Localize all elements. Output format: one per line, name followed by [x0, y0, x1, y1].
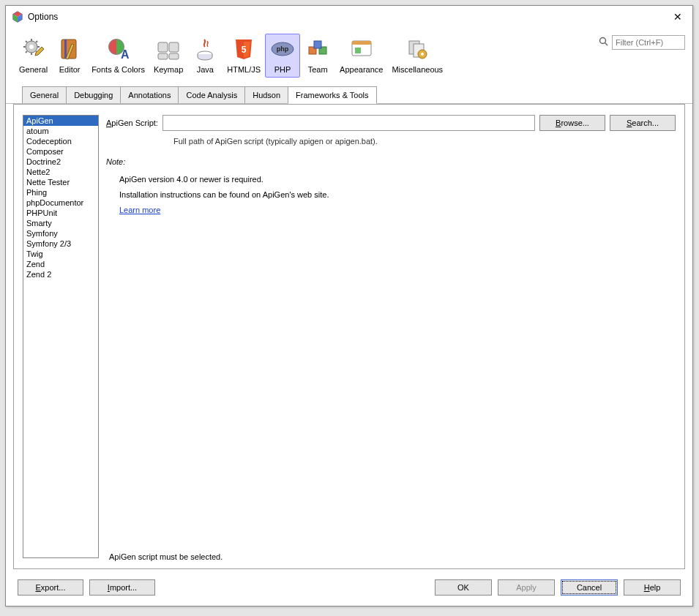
note-heading: Note: [106, 157, 676, 166]
export-button[interactable]: Export... [18, 579, 83, 596]
fonts-icon: A [105, 36, 132, 62]
category-toolbar: GeneralEditorAFonts & ColorsKeymapJava5H… [6, 28, 692, 104]
close-icon[interactable]: ✕ [669, 10, 687, 24]
svg-text:php: php [277, 45, 289, 53]
script-input[interactable] [162, 115, 535, 131]
list-item[interactable]: Nette Tester [23, 177, 98, 187]
category-editor[interactable]: Editor [52, 34, 87, 78]
framework-list[interactable]: ApiGenatoumCodeceptionComposerDoctrine2N… [23, 115, 99, 558]
category-label: Editor [59, 65, 81, 74]
import-button[interactable]: Import... [89, 579, 155, 596]
category-keymap[interactable]: Keymap [149, 34, 187, 78]
list-item[interactable]: Zend [23, 259, 98, 269]
status-message: ApiGen script must be selected. [109, 552, 223, 561]
filter-area [599, 35, 685, 50]
category-label: Fonts & Colors [91, 65, 145, 74]
svg-rect-25 [355, 48, 361, 53]
svg-rect-12 [158, 42, 168, 52]
note-body: ApiGen version 4.0 or newer is required.… [119, 172, 676, 218]
category-team[interactable]: Team [300, 34, 335, 78]
svg-point-29 [421, 53, 424, 56]
options-dialog: Options ✕ GeneralEditorAFonts & ColorsKe… [5, 5, 693, 606]
category-label: Keymap [154, 65, 183, 74]
category-appearance[interactable]: Appearance [335, 34, 387, 78]
list-item[interactable]: Twig [23, 249, 98, 259]
tab-hudson[interactable]: Hudson [244, 86, 288, 103]
java-icon [192, 36, 218, 62]
list-item[interactable]: Nette2 [23, 167, 98, 177]
ok-button[interactable]: OK [435, 579, 492, 596]
category-label: HTML/JS [227, 65, 261, 74]
help-button[interactable]: Help [624, 579, 681, 596]
script-hint: Full path of ApiGen script (typically ap… [173, 137, 676, 146]
tab-code-analysis[interactable]: Code Analysis [178, 86, 245, 103]
svg-text:A: A [121, 48, 130, 61]
category-htmljs[interactable]: 5HTML/JS [223, 34, 265, 78]
category-label: Team [308, 65, 328, 74]
svg-text:5: 5 [242, 45, 247, 55]
framework-detail: ApiGen Script: Browse... Search... Full … [106, 115, 676, 558]
category-label: Java [197, 65, 214, 74]
team-icon [304, 36, 331, 62]
script-label: ApiGen Script: [106, 119, 158, 127]
list-item[interactable]: Codeception [23, 136, 98, 146]
category-label: General [19, 65, 48, 74]
list-item[interactable]: ApiGen [23, 116, 98, 126]
svg-rect-13 [169, 42, 179, 52]
search-button[interactable]: Search... [610, 115, 676, 131]
general-icon [20, 36, 47, 62]
list-item[interactable]: Symfony [23, 228, 98, 238]
category-java[interactable]: Java [187, 34, 223, 78]
cancel-button[interactable]: Cancel [561, 579, 618, 596]
tab-strip: GeneralDebuggingAnnotationsCode Analysis… [22, 86, 676, 103]
category-general[interactable]: General [15, 34, 52, 78]
svg-rect-9 [64, 40, 67, 59]
list-item[interactable]: Symfony 2/3 [23, 238, 98, 249]
svg-rect-15 [169, 53, 179, 59]
list-item[interactable]: Smarty [23, 218, 98, 228]
svg-point-7 [29, 45, 34, 49]
list-item[interactable]: PHPUnit [23, 208, 98, 218]
htmljs-icon: 5 [231, 36, 257, 62]
tab-debugging[interactable]: Debugging [66, 86, 121, 103]
list-item[interactable]: phpDocumentor [23, 198, 98, 208]
list-item[interactable]: Composer [23, 146, 98, 157]
learn-more-link[interactable]: Learn more [119, 206, 160, 214]
category-label: Appearance [340, 65, 383, 74]
category-misc[interactable]: Miscellaneous [387, 34, 447, 78]
svg-rect-22 [314, 41, 321, 48]
list-item[interactable]: atoum [23, 126, 98, 136]
svg-rect-24 [352, 41, 371, 45]
svg-rect-14 [158, 53, 168, 59]
php-icon: php [269, 36, 296, 62]
note-line1: ApiGen version 4.0 or newer is required. [119, 172, 676, 187]
note-line2: Installation instructions can be found o… [119, 187, 676, 203]
list-item[interactable]: Doctrine2 [23, 157, 98, 167]
list-item[interactable]: Zend 2 [23, 269, 98, 279]
editor-icon [56, 36, 83, 62]
misc-icon [404, 36, 430, 62]
svg-point-4 [600, 38, 606, 44]
category-fonts[interactable]: AFonts & Colors [87, 34, 149, 78]
keymap-icon [155, 36, 182, 62]
category-label: Miscellaneous [392, 65, 443, 74]
list-item[interactable]: Phing [23, 187, 98, 198]
window-title: Options [28, 12, 58, 22]
content-panel: ApiGenatoumCodeceptionComposerDoctrine2N… [13, 104, 685, 569]
titlebar: Options ✕ [6, 6, 692, 28]
filter-input[interactable] [612, 35, 685, 50]
tab-frameworks-tools[interactable]: Frameworks & Tools [288, 86, 376, 104]
search-icon[interactable] [599, 37, 609, 48]
dialog-buttons: Export... Import... OK Apply Cancel Help [6, 569, 692, 606]
appearance-icon [348, 36, 375, 62]
tab-general[interactable]: General [22, 86, 67, 103]
app-icon [12, 11, 23, 23]
tab-annotations[interactable]: Annotations [120, 86, 179, 103]
apply-button[interactable]: Apply [498, 579, 555, 596]
browse-button[interactable]: Browse... [539, 115, 605, 131]
category-label: PHP [274, 65, 291, 74]
category-php[interactable]: phpPHP [265, 34, 300, 78]
svg-line-5 [605, 43, 608, 46]
